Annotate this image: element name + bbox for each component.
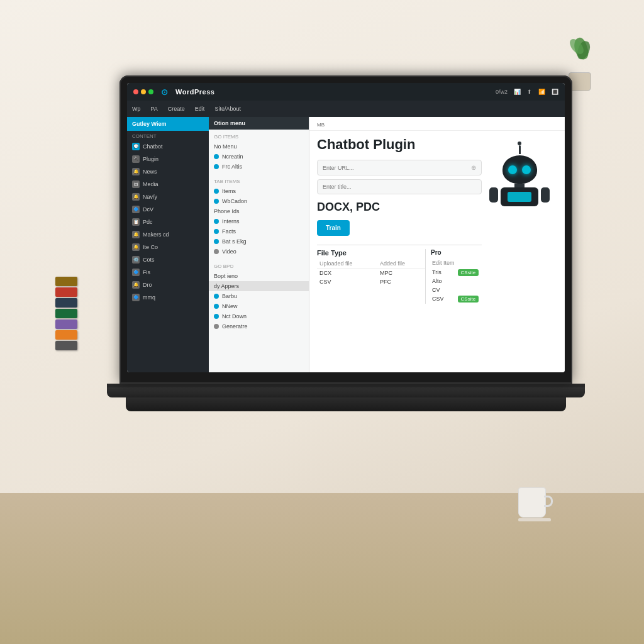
action-col <box>458 260 480 267</box>
minimize-button[interactable] <box>141 89 146 94</box>
generate-dot <box>214 324 219 329</box>
chatbot-icon: 💬 <box>132 143 140 150</box>
sidebar-item-mmq[interactable]: 🔷 mmq <box>127 291 209 304</box>
items-label: Items <box>222 188 236 194</box>
barbu-label: Barbu <box>222 293 237 299</box>
batekg-label: Bat s Ekg <box>222 238 247 245</box>
laptop-screen-shell: ⊙ WordPress 0/w2 📊 ⬆ 📶 🔳 Wp PA Create Ed… <box>119 75 572 384</box>
generate-label: Generatre <box>222 323 248 330</box>
sidebar-plugin-label: Plugin <box>143 156 158 162</box>
middle-col-facts[interactable]: Facts <box>209 226 309 236</box>
middle-col-items[interactable]: Items <box>209 186 309 196</box>
robot-arm-right <box>541 187 550 203</box>
mmq-icon: 🔷 <box>132 294 140 301</box>
wp-main-area: Gutley Wiem Content 💬 Chatbot 🔌 Plugin 🔔… <box>127 117 565 372</box>
fis-icon: 🔷 <box>132 269 140 276</box>
middle-col-frc-altis[interactable]: Frc Altis <box>209 162 309 172</box>
bottom-left: File Type Uploaded file Added file <box>317 249 425 304</box>
sidebar-pdc-label: Pdc <box>143 219 153 225</box>
plugin-icon: 🔌 <box>132 155 140 163</box>
sidebar-item-media[interactable]: 🖼 Media <box>127 178 209 191</box>
wp-sidebar: Gutley Wiem Content 💬 Chatbot 🔌 Plugin 🔔… <box>127 117 209 372</box>
facts-dot <box>214 229 219 234</box>
admin-bar-nav-item[interactable]: 📊 <box>514 89 521 95</box>
sidebar-item-dro[interactable]: 🔔 Dro <box>127 279 209 291</box>
admin-bar-nav-item[interactable]: ⬆ <box>527 89 532 95</box>
top-nav-wp[interactable]: Wp <box>132 106 141 112</box>
sidebar-item-chatbot[interactable]: 💬 Chatbot <box>127 140 209 153</box>
middle-col-barbu[interactable]: Barbu <box>209 291 309 301</box>
col-added: Added file <box>377 259 425 269</box>
top-nav-site[interactable]: Site/About <box>214 106 241 112</box>
admin-bar-nav-item[interactable]: 📶 <box>538 89 545 95</box>
middle-col-nct[interactable]: Nct Down <box>209 311 309 321</box>
train-button[interactable]: Train <box>317 220 350 236</box>
sidebar-item-navy[interactable]: 🔔 Nav/y <box>127 191 209 203</box>
cssite-badge-2[interactable]: CSsite <box>458 296 479 303</box>
top-nav-create[interactable]: Create <box>168 106 185 112</box>
sidebar-item-fis[interactable]: 🔷 Fis <box>127 266 209 279</box>
admin-bar-nav-item[interactable]: 🔳 <box>552 89 558 95</box>
makers-icon: 🔔 <box>132 231 140 238</box>
pro-row: Alto <box>432 277 480 285</box>
close-button[interactable] <box>133 89 138 94</box>
pro-row: CV <box>432 286 480 294</box>
admin-bar-title: WordPress <box>175 88 214 96</box>
pfc-cell: PFC <box>377 277 425 286</box>
middle-col-boptieno[interactable]: Bopt ieno <box>209 271 309 281</box>
wbcadon-dot <box>214 199 219 204</box>
url-input[interactable] <box>323 165 445 171</box>
robot-mascot <box>491 143 548 213</box>
middle-col-generate[interactable]: Generatre <box>209 321 309 331</box>
middle-col-batekg[interactable]: Bat s Ekg <box>209 236 309 247</box>
middle-col-wbcadon[interactable]: WbCadon <box>209 196 309 206</box>
maximize-button[interactable] <box>148 89 153 94</box>
title-input[interactable] <box>323 184 476 190</box>
dy-appers-label: dy Appers <box>214 283 239 289</box>
nnew-label: NNew <box>222 303 238 309</box>
csv-pro-cell: CSV <box>432 295 457 303</box>
admin-bar-nav: 0/w2 📊 ⬆ 📶 🔳 <box>496 89 558 95</box>
laptop-bottom <box>126 397 566 411</box>
sidebar-item-ite[interactable]: 🔔 Ite Co <box>127 241 209 253</box>
pro-section-title: Pro <box>431 249 482 256</box>
sidebar-item-news[interactable]: 🔔 News <box>127 165 209 178</box>
sidebar-item-makers[interactable]: 🔔 Makers cd <box>127 228 209 241</box>
top-nav-pa[interactable]: PA <box>151 106 158 112</box>
sidebar-news-label: News <box>143 169 157 175</box>
cv-cell: CV <box>432 286 457 294</box>
books-decoration <box>55 277 77 350</box>
table-row: CSV PFC <box>317 277 425 286</box>
middle-col-dy-appers[interactable]: dy Appers <box>209 281 309 291</box>
sidebar-makers-label: Makers cd <box>143 231 169 238</box>
barbu-dot <box>214 294 219 299</box>
middle-col-ncreatin[interactable]: Ncreatin <box>209 152 309 162</box>
wp-top-nav: Wp PA Create Edit Site/About <box>127 101 565 117</box>
alto-cell: Alto <box>432 277 457 285</box>
interns-dot <box>214 219 219 224</box>
nct-label: Nct Down <box>222 313 247 319</box>
wp-logo-icon: ⊙ <box>161 87 168 97</box>
admin-bar-nav-item[interactable]: 0/w2 <box>496 89 508 95</box>
sidebar-item-cots[interactable]: ⚙️ Cots <box>127 253 209 266</box>
sidebar-item-pdc[interactable]: 📋 Pdc <box>127 216 209 228</box>
cssite-badge[interactable]: CSsite <box>458 269 479 276</box>
no-menu-label: No Menu <box>214 143 237 150</box>
interns-label: Interns <box>222 218 240 225</box>
sidebar-item-dcv[interactable]: 🔷 DcV <box>127 203 209 216</box>
upload-area-url: ⊕ <box>317 160 482 175</box>
middle-col-nnew[interactable]: NNew <box>209 301 309 311</box>
sidebar-item-plugin[interactable]: 🔌 Plugin <box>127 153 209 165</box>
middle-col-video[interactable]: Video <box>209 247 309 257</box>
facts-label: Facts <box>222 228 236 235</box>
middle-col-phone[interactable]: Phone Ids <box>209 206 309 216</box>
news-icon: 🔔 <box>132 168 140 175</box>
ncreatin-dot <box>214 154 219 159</box>
bottom-section: File Type Uploaded file Added file <box>317 245 482 304</box>
top-nav-edit[interactable]: Edit <box>195 106 205 112</box>
main-panel-body: Chatbot Plugin ⊕ DOCX, PDC Train <box>309 131 565 372</box>
boptieno-label: Bopt ieno <box>214 273 238 279</box>
robot-arm-left <box>489 187 498 203</box>
middle-col-interns[interactable]: Interns <box>209 216 309 226</box>
middle-col-no-menu[interactable]: No Menu <box>209 142 309 152</box>
